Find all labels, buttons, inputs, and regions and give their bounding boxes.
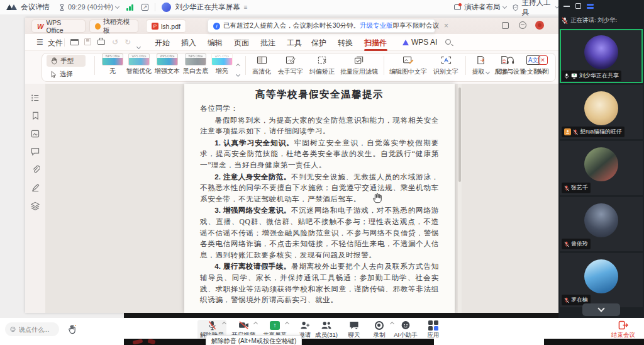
wps-tab-bar: W WPS Office 找稻壳模板 P lsh.pdf i 已有超过2人提前入… <box>25 18 558 34</box>
sharing-more-icon[interactable]: ≡ <box>244 4 248 11</box>
participant-avatar <box>584 259 618 293</box>
document-canvas[interactable]: 高等学校暑假安全温馨提示 各位同学： 暑假即将到来，为提高大家的安全防范意识和能… <box>45 84 558 313</box>
redo-icon[interactable]: ↻ <box>125 38 131 47</box>
hd-enhance-button[interactable]: 高清化 <box>249 54 274 76</box>
menu-insert[interactable]: 插入 <box>181 38 196 48</box>
hd-icon <box>257 55 267 65</box>
undo-icon[interactable]: ↺ <box>112 38 118 47</box>
select-tool-button[interactable]: 选择 <box>47 68 86 80</box>
save-icon[interactable] <box>84 38 91 45</box>
globe-icon[interactable] <box>519 21 526 29</box>
document-scrollbar[interactable] <box>458 84 462 313</box>
chat-input[interactable] <box>19 326 54 333</box>
video-options-caret[interactable] <box>253 322 258 326</box>
doc-paragraph: 2. 注意人身安全防范。不到无安全设施、无救援人员的水域游泳，不熟悉水性的同学不… <box>200 171 439 205</box>
members-button[interactable]: 成员(31) <box>312 320 341 339</box>
host-tools-button[interactable]: 主持人工具 <box>513 0 558 17</box>
chat-quick-input[interactable] <box>5 322 59 336</box>
share-options-caret[interactable] <box>285 322 289 326</box>
mic-off-icon <box>564 185 569 191</box>
hand-tool-button[interactable]: 手型 <box>47 55 86 67</box>
record-button[interactable]: 录制 <box>365 320 394 339</box>
meeting-timer[interactable]: 09:29 (40分钟) <box>58 3 119 12</box>
restore-window-icon[interactable] <box>502 22 509 29</box>
open-in-window-icon[interactable]: ↗ <box>142 4 148 11</box>
raise-hand-button[interactable] <box>64 322 79 336</box>
tab-lsh-pdf[interactable]: P lsh.pdf <box>146 20 186 33</box>
shared-screen-view: W WPS Office 找稻壳模板 P lsh.pdf i 已有超过2人提前入… <box>0 15 558 318</box>
participant-name: 曾依玲 <box>571 240 588 248</box>
comment-icon[interactable] <box>31 147 40 156</box>
ai-assistant-button[interactable]: AI小助手 <box>391 320 420 339</box>
close-scan-button[interactable]: × 关闭 <box>532 54 553 76</box>
meeting-details-button[interactable]: 会议详情 <box>21 3 50 12</box>
banner-text: 已有超过2人提前入会，会议剩余时长30分钟。 <box>223 21 360 30</box>
menu-edit[interactable]: 编辑 <box>208 38 223 48</box>
signature-icon[interactable] <box>31 183 40 192</box>
tab-docer-templates[interactable]: 找稻壳模板 <box>89 20 138 33</box>
layers-icon[interactable] <box>31 201 40 210</box>
menu-wps-ai[interactable]: WPS AI <box>402 38 437 47</box>
minimize-icon[interactable] <box>564 6 570 7</box>
participant-tile-liushaohua[interactable]: 刘少华正在共享 <box>560 29 643 83</box>
wps-ribbon-toolbar: 手型 选择 WPS Office无 WPS Office智能优化 WPS Off… <box>25 51 558 84</box>
menu-convert[interactable]: 转换 <box>338 38 353 48</box>
end-meeting-icon <box>618 320 628 330</box>
filter-enhance-text[interactable]: WPS Office增强文本 <box>153 54 181 76</box>
menu-file[interactable]: 文件 <box>48 38 63 48</box>
filter-brighten[interactable]: WPS Office增亮 <box>210 54 234 76</box>
remove-handwriting-button[interactable]: 去手写字 <box>275 54 306 76</box>
search-icon[interactable] <box>445 39 451 45</box>
layout-switch-icon[interactable] <box>587 4 594 9</box>
menu-tools[interactable]: 工具 <box>287 38 302 48</box>
maximize-icon[interactable] <box>575 3 581 9</box>
menu-protect[interactable]: 保护 <box>311 38 326 48</box>
record-icon <box>375 321 384 330</box>
outline-icon[interactable] <box>31 94 40 102</box>
collapse-participants-button[interactable] <box>582 303 620 316</box>
cursor-icon <box>50 71 57 78</box>
end-meeting-button[interactable]: 结束会议 <box>607 320 640 339</box>
mic-options-caret[interactable] <box>222 322 226 326</box>
doc-paragraph: 4. 履行离校请假手续。暑期离校外出要把个人去向及联系方式告知辅导员、同学、家长… <box>200 261 439 305</box>
participant-name: 张艺千 <box>571 184 588 192</box>
speaker-layout-button[interactable]: 演讲者布局 <box>454 3 506 12</box>
sharer-avatar <box>162 3 171 12</box>
thumbnail-icon[interactable] <box>31 130 40 138</box>
menu-comment[interactable]: 批注 <box>260 38 275 48</box>
wps-ai-icon <box>402 40 409 45</box>
emoji-icon[interactable] <box>10 325 16 333</box>
raise-hand-icon <box>67 324 77 334</box>
apps-button[interactable]: 应用 <box>419 320 448 339</box>
menu-home[interactable]: 开始 <box>155 38 170 48</box>
participant-tile-luozainan[interactable]: 罗在楠 <box>560 253 643 307</box>
upgrade-link[interactable]: 升级专业版 <box>360 21 393 30</box>
ocr-button[interactable]: 识别文字 <box>430 54 462 76</box>
participant-name: 想rua猫猫的旺仔 <box>580 128 622 136</box>
edit-image-text-button[interactable]: 编辑图中文字 <box>387 54 429 76</box>
participant-tile-zengyiling[interactable]: 曾依玲 <box>560 197 643 251</box>
filter-scroll-down-icon[interactable] <box>236 67 240 79</box>
bookmark-icon[interactable] <box>31 111 40 120</box>
hamburger-icon[interactable]: ☰ <box>36 38 43 47</box>
account-avatar[interactable] <box>535 21 544 30</box>
feedback-settings-button[interactable]: 反馈与设置 <box>492 54 528 76</box>
batch-filter-button[interactable]: 批量应用滤镜 <box>338 54 380 76</box>
wps-office-window: W WPS Office 找稻壳模板 P lsh.pdf i 已有超过2人提前入… <box>25 18 558 313</box>
menu-page[interactable]: 页面 <box>234 38 249 48</box>
participant-tile-zhangyiqian[interactable]: 张艺千 <box>560 141 643 195</box>
attachment-icon[interactable] <box>31 165 40 174</box>
extract-button[interactable]: 提取 <box>469 54 492 76</box>
filter-smart-optimize[interactable]: WPS Office智能优化 <box>125 54 153 76</box>
open-file-icon[interactable] <box>70 39 79 45</box>
filter-none[interactable]: WPS Office无 <box>101 54 125 76</box>
filter-bw[interactable]: WPS Office黑白去底 <box>182 54 209 76</box>
docer-icon <box>95 23 101 30</box>
print-icon[interactable] <box>97 40 105 45</box>
menu-scan[interactable]: 扫描件 <box>364 38 387 48</box>
banner-close-icon[interactable]: × <box>444 21 448 30</box>
deskew-icon <box>317 55 328 65</box>
participant-tile-wangzai[interactable]: 想rua猫猫的旺仔 <box>560 85 643 139</box>
tab-wps-office[interactable]: W WPS Office <box>31 20 86 33</box>
deskew-button[interactable]: 纠偏矫正 <box>307 54 337 76</box>
